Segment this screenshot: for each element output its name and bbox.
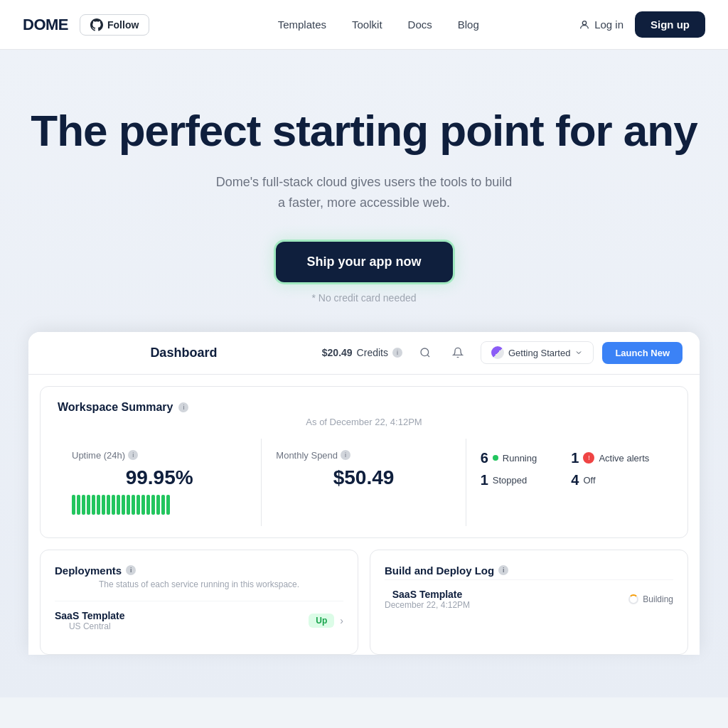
search-icon[interactable] — [414, 341, 437, 364]
uptime-bar — [107, 495, 110, 515]
uptime-bar — [136, 495, 140, 515]
uptime-bar — [166, 495, 170, 515]
hero-section: The perfect starting point for any Dome'… — [0, 50, 728, 697]
stopped-status: 1 Stopped — [481, 472, 566, 488]
uptime-value: 99.95% — [72, 466, 247, 489]
svg-line-2 — [427, 355, 429, 357]
log-name: SaaS Template — [385, 589, 470, 600]
monthly-spend-stat: Monthly Spend i $50.49 — [262, 439, 466, 526]
cta-note: * No credit card needed — [311, 292, 416, 304]
deploy-arrow-icon[interactable]: › — [340, 615, 343, 626]
hero-title: The perfect starting point for any — [14, 107, 714, 155]
dashboard-header: Dashboard $20.49 Credits i — [28, 332, 700, 375]
svg-point-0 — [582, 21, 586, 24]
uptime-bar — [77, 495, 80, 515]
status-up-badge: Up — [309, 614, 334, 628]
dashboard-preview: Dashboard $20.49 Credits i — [28, 332, 700, 655]
credits-info-icon: i — [392, 348, 402, 358]
stats-row: Uptime (24h) i 99.95% — [58, 439, 670, 526]
off-status: 4 Off — [571, 472, 656, 488]
running-status: 6 Running — [481, 450, 566, 466]
notification-icon[interactable] — [446, 341, 469, 364]
uptime-bar — [102, 495, 105, 515]
deployments-info-icon: i — [126, 565, 136, 575]
uptime-info-icon: i — [128, 450, 138, 460]
uptime-bar — [112, 495, 115, 515]
building-spinner-icon — [628, 594, 638, 604]
credits-display: $20.49 Credits i — [322, 347, 402, 358]
workspace-summary-card: Workspace Summary i As of December 22, 4… — [40, 386, 688, 538]
signup-button[interactable]: Sign up — [635, 11, 705, 38]
launch-new-button[interactable]: Launch New — [602, 342, 682, 364]
uptime-bar — [127, 495, 130, 515]
alert-icon: ! — [583, 452, 594, 464]
user-icon — [579, 19, 590, 31]
uptime-bars — [72, 495, 247, 515]
uptime-bar — [97, 495, 100, 515]
progress-icon — [491, 346, 504, 359]
deploy-region: US Central — [55, 621, 125, 631]
github-icon — [90, 18, 103, 31]
uptime-bar — [161, 495, 165, 515]
deploy-status: Up › — [309, 614, 343, 628]
cta-button[interactable]: Ship your app now — [276, 242, 453, 282]
uptime-bar — [72, 495, 75, 515]
workspace-info-icon: i — [178, 402, 188, 412]
nav-links: Templates Toolkit Docs Blog — [178, 18, 579, 31]
deployment-row: SaaS Template US Central Up › — [55, 601, 343, 640]
bottom-cards: Deployments i The status of each service… — [40, 550, 688, 655]
status-grid: 6 Running 1 ! Active alerts 1 Stopped — [481, 450, 656, 488]
alerts-status: 1 ! Active alerts — [571, 450, 656, 466]
workspace-date: As of December 22, 4:12PM — [58, 417, 670, 427]
spend-info-icon: i — [341, 450, 350, 460]
uptime-bar — [117, 495, 120, 515]
uptime-bar — [122, 495, 125, 515]
running-dot — [493, 455, 498, 461]
uptime-bar — [146, 495, 150, 515]
nav-templates[interactable]: Templates — [278, 18, 326, 31]
dashboard-icons — [414, 341, 469, 364]
svg-point-1 — [421, 348, 429, 356]
uptime-bar — [87, 495, 90, 515]
dashboard-title: Dashboard — [46, 346, 322, 360]
nav-blog[interactable]: Blog — [458, 18, 479, 31]
nav-auth: Log in Sign up — [579, 11, 705, 38]
build-log-info-icon: i — [498, 565, 508, 575]
uptime-bar — [82, 495, 85, 515]
uptime-bar — [151, 495, 155, 515]
status-stat: 6 Running 1 ! Active alerts 1 Stopped — [466, 439, 670, 526]
deployments-card: Deployments i The status of each service… — [40, 550, 358, 655]
building-status: Building — [628, 594, 673, 604]
hero-subtitle: Dome's full-stack cloud gives users the … — [14, 172, 714, 213]
navbar: DOME Follow Templates Toolkit Docs Blog … — [0, 0, 728, 50]
deployments-subtitle: The status of each service running in th… — [55, 579, 343, 589]
getting-started-button[interactable]: Getting Started — [481, 341, 594, 364]
spend-value: $50.49 — [276, 466, 451, 489]
build-log-card: Build and Deploy Log i SaaS Template Dec… — [370, 550, 688, 655]
uptime-stat: Uptime (24h) i 99.95% — [58, 439, 262, 526]
uptime-bar — [141, 495, 145, 515]
log-row: SaaS Template December 22, 4:12PM Buildi… — [385, 579, 673, 619]
workspace-card-header: Workspace Summary i — [58, 401, 670, 414]
follow-button[interactable]: Follow — [80, 14, 149, 36]
log-time: December 22, 4:12PM — [385, 600, 470, 610]
logo: DOME — [23, 16, 68, 34]
nav-toolkit[interactable]: Toolkit — [352, 18, 382, 31]
chevron-down-icon — [574, 348, 583, 357]
uptime-bar — [156, 495, 160, 515]
nav-docs[interactable]: Docs — [408, 18, 432, 31]
deploy-name: SaaS Template — [55, 610, 125, 621]
uptime-bar — [132, 495, 135, 515]
cta-wrapper: Ship your app now * No credit card neede… — [14, 242, 714, 304]
uptime-bar — [92, 495, 95, 515]
login-button[interactable]: Log in — [579, 18, 623, 31]
follow-label: Follow — [107, 19, 139, 31]
